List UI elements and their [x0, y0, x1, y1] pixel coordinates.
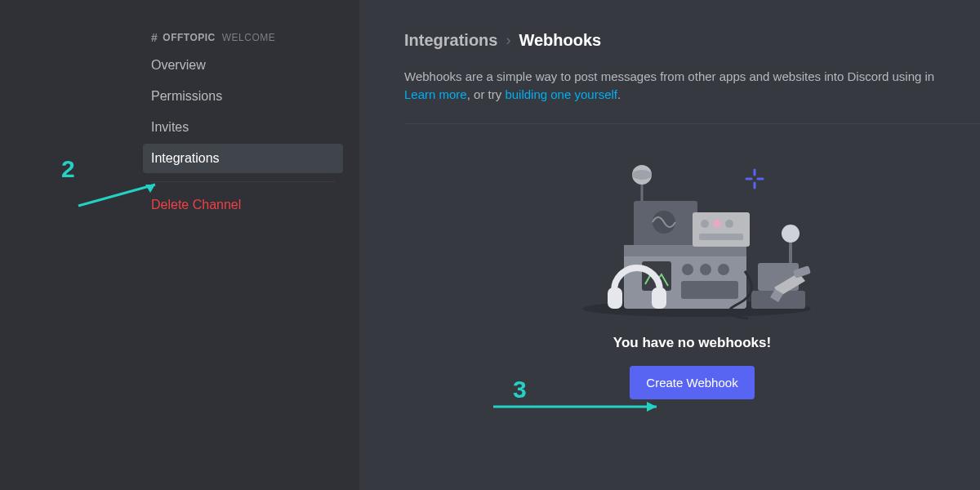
- section-divider: [404, 123, 980, 124]
- delete-channel-button[interactable]: Delete Channel: [143, 190, 343, 220]
- build-yourself-link[interactable]: building one yourself: [505, 87, 617, 101]
- settings-sidebar: # OFFTOPIC WELCOME Overview Permissions …: [0, 0, 359, 490]
- svg-rect-16: [681, 281, 738, 299]
- page-description: Webhooks are a simple way to post messag…: [404, 68, 980, 104]
- breadcrumb-parent[interactable]: Integrations: [404, 31, 497, 50]
- svg-point-13: [682, 264, 693, 275]
- svg-point-9: [632, 170, 652, 180]
- create-webhook-button[interactable]: Create Webhook: [630, 366, 754, 399]
- svg-rect-21: [699, 234, 743, 240]
- sidebar-item-integrations[interactable]: Integrations: [143, 144, 343, 173]
- chevron-right-icon: ›: [506, 32, 510, 49]
- sidebar-item-overview[interactable]: Overview: [143, 51, 343, 80]
- desc-text-1: Webhooks are a simple way to post messag…: [404, 69, 934, 83]
- sidebar-item-permissions[interactable]: Permissions: [143, 82, 343, 111]
- svg-point-18: [701, 220, 709, 228]
- empty-state: You have no webhooks! Create Webhook: [404, 149, 980, 399]
- channel-category: WELCOME: [222, 32, 276, 43]
- svg-rect-17: [693, 212, 750, 247]
- svg-point-15: [718, 264, 729, 275]
- breadcrumb: Integrations › Webhooks: [404, 31, 980, 50]
- webhooks-illustration: [570, 149, 815, 320]
- svg-rect-27: [608, 287, 622, 309]
- svg-rect-11: [624, 245, 746, 256]
- empty-state-title: You have no webhooks!: [613, 335, 771, 351]
- main-content: Integrations › Webhooks Webhooks are a s…: [359, 0, 980, 490]
- svg-point-23: [782, 225, 800, 243]
- svg-point-20: [725, 220, 733, 228]
- channel-breadcrumb: # OFFTOPIC WELCOME: [143, 31, 343, 51]
- svg-point-14: [700, 264, 711, 275]
- desc-text-3: .: [617, 87, 621, 101]
- svg-point-19: [713, 220, 721, 228]
- sidebar-divider: [151, 181, 335, 182]
- desc-text-2: , or try: [467, 87, 506, 101]
- breadcrumb-current: Webhooks: [519, 31, 601, 50]
- channel-name: OFFTOPIC: [163, 32, 215, 43]
- learn-more-link[interactable]: Learn more: [404, 87, 467, 101]
- sidebar-item-invites[interactable]: Invites: [143, 113, 343, 142]
- svg-rect-28: [652, 287, 666, 309]
- hash-icon: #: [151, 31, 158, 44]
